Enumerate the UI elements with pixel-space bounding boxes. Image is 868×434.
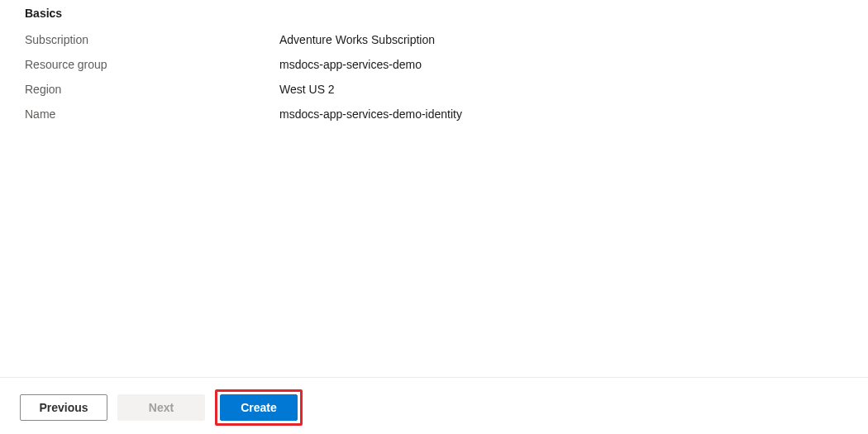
section-heading-basics: Basics bbox=[25, 7, 843, 20]
create-button[interactable]: Create bbox=[220, 394, 298, 421]
summary-value: msdocs-app-services-demo-identity bbox=[279, 106, 462, 122]
summary-row-resource-group: Resource group msdocs-app-services-demo bbox=[25, 56, 843, 73]
summary-row-subscription: Subscription Adventure Works Subscriptio… bbox=[25, 31, 843, 48]
summary-value: West US 2 bbox=[279, 81, 335, 98]
summary-label: Subscription bbox=[25, 31, 279, 48]
review-panel: Basics Subscription Adventure Works Subs… bbox=[0, 0, 868, 122]
summary-label: Region bbox=[25, 81, 279, 98]
summary-label: Resource group bbox=[25, 56, 279, 73]
previous-button[interactable]: Previous bbox=[20, 394, 107, 421]
summary-row-name: Name msdocs-app-services-demo-identity bbox=[25, 106, 843, 122]
summary-value: Adventure Works Subscription bbox=[279, 31, 435, 48]
wizard-footer: Previous Next Create bbox=[0, 377, 868, 434]
summary-label: Name bbox=[25, 106, 279, 122]
create-button-highlight: Create bbox=[215, 389, 303, 426]
summary-row-region: Region West US 2 bbox=[25, 81, 843, 98]
summary-value: msdocs-app-services-demo bbox=[279, 56, 422, 73]
next-button: Next bbox=[117, 394, 205, 421]
